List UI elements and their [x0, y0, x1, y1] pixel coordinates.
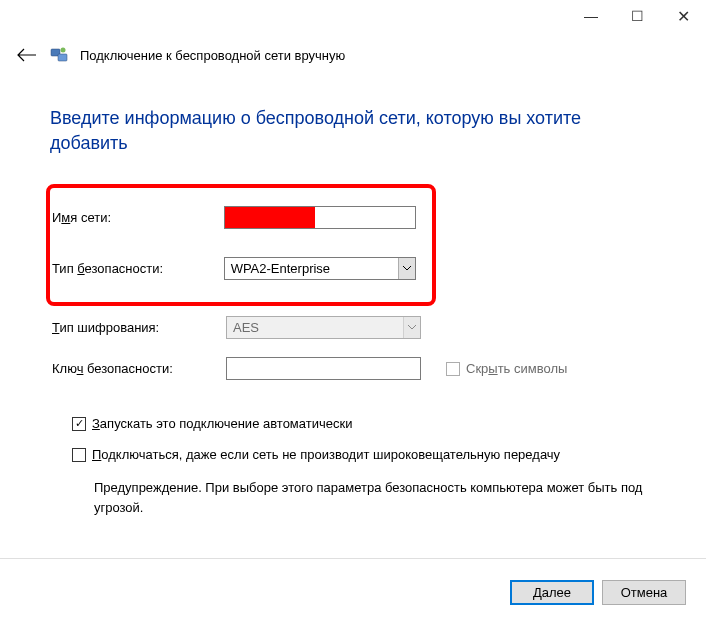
footer-divider	[0, 558, 706, 559]
maximize-button[interactable]: ☐	[614, 0, 660, 32]
svg-point-2	[61, 48, 66, 53]
network-name-row: Имя сети:	[50, 206, 416, 229]
warning-text: Предупреждение. При выборе этого парамет…	[94, 478, 654, 517]
wizard-title: Подключение к беспроводной сети вручную	[80, 48, 345, 63]
hide-characters-label: Скрыть символы	[466, 361, 567, 376]
encryption-type-label: Тип шифрования:	[50, 320, 226, 335]
wizard-content: Введите информацию о беспроводной сети, …	[0, 76, 706, 527]
encryption-type-value: AES	[227, 320, 403, 335]
security-type-value: WPA2-Enterprise	[225, 261, 398, 276]
window-titlebar: — ☐ ✕	[0, 0, 706, 32]
security-type-row: Тип безопасности: WPA2-Enterprise	[50, 257, 416, 280]
connect-hidden-row: Подключаться, даже если сеть не производ…	[72, 447, 656, 462]
chevron-down-icon	[398, 258, 415, 279]
hide-characters-row: Скрыть символы	[446, 361, 567, 376]
close-button[interactable]: ✕	[660, 0, 706, 32]
security-type-select[interactable]: WPA2-Enterprise	[224, 257, 416, 280]
connect-hidden-label: Подключаться, даже если сеть не производ…	[92, 447, 560, 462]
svg-rect-1	[58, 54, 67, 61]
encryption-type-select: AES	[226, 316, 421, 339]
auto-connect-checkbox[interactable]: ✓	[72, 417, 86, 431]
auto-connect-row: ✓ Запускать это подключение автоматическ…	[72, 416, 656, 431]
network-name-input[interactable]	[224, 206, 416, 229]
connect-hidden-checkbox[interactable]	[72, 448, 86, 462]
redaction-block	[225, 207, 315, 228]
cancel-button[interactable]: Отмена	[602, 580, 686, 605]
highlight-annotation: Имя сети: Тип безопасности: WPA2-Enterpr…	[46, 184, 436, 306]
hide-characters-checkbox	[446, 362, 460, 376]
network-wizard-icon	[50, 46, 68, 64]
encryption-type-row: Тип шифрования: AES	[50, 316, 656, 339]
security-key-input[interactable]	[226, 357, 421, 380]
minimize-button[interactable]: —	[568, 0, 614, 32]
security-key-row: Ключ безопасности: Скрыть символы	[50, 357, 656, 380]
auto-connect-label: Запускать это подключение автоматически	[92, 416, 352, 431]
wizard-footer: Далее Отмена	[510, 580, 686, 605]
page-heading: Введите информацию о беспроводной сети, …	[50, 106, 656, 156]
chevron-down-icon	[403, 317, 420, 338]
wizard-header: Подключение к беспроводной сети вручную	[0, 32, 706, 76]
security-type-label: Тип безопасности:	[50, 261, 224, 276]
back-arrow-icon[interactable]	[16, 44, 38, 66]
security-key-label: Ключ безопасности:	[50, 361, 226, 376]
network-name-label: Имя сети:	[50, 210, 224, 225]
next-button[interactable]: Далее	[510, 580, 594, 605]
form-lower: Тип шифрования: AES Ключ безопасности: С…	[50, 316, 656, 380]
